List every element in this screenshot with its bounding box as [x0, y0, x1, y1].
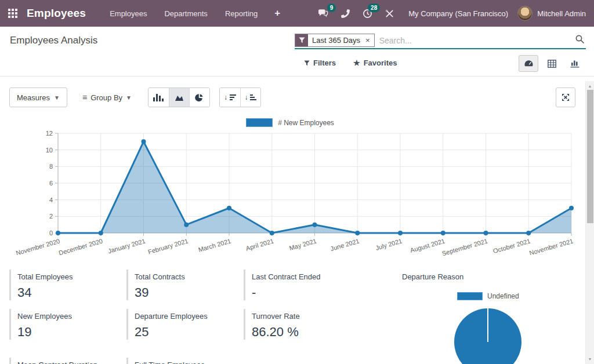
messages-button[interactable]: 9: [312, 9, 335, 18]
divider: [0, 76, 594, 77]
line-chart-mode-button[interactable]: [169, 88, 189, 107]
svg-text:6: 6: [49, 180, 53, 187]
kpi-total-employees[interactable]: Total Employees 34: [9, 270, 121, 300]
activities-badge: 28: [368, 3, 380, 12]
activities-button[interactable]: 28: [356, 9, 379, 19]
sort-desc-button[interactable]: ↓: [220, 88, 240, 107]
svg-text:November 2020: November 2020: [15, 237, 61, 256]
chart-legend: # New Employees: [0, 118, 580, 127]
tools-button[interactable]: [379, 9, 400, 18]
sort-asc-button[interactable]: ↓: [240, 88, 260, 107]
pie-legend: Undefined: [457, 292, 519, 300]
page-title: Employees Analysis: [10, 35, 97, 46]
kpi-new-employees[interactable]: New Employees 19: [9, 309, 121, 340]
bar-chart-mode-button[interactable]: [148, 88, 169, 107]
svg-text:8: 8: [49, 163, 53, 170]
graph-toolbar: Measures▼ ≡ Group By ▼ ↓: [9, 88, 575, 107]
svg-text:November 2021: November 2021: [528, 237, 574, 256]
svg-text:September 2021: September 2021: [441, 237, 489, 257]
view-dashboard-button[interactable]: [519, 55, 538, 72]
hamburger-icon: ≡: [82, 93, 87, 102]
bar-chart-icon: [570, 59, 579, 68]
company-switcher[interactable]: My Company (San Francisco): [400, 9, 517, 18]
phone-icon: [341, 9, 350, 18]
facet-label: Last 365 Days: [308, 34, 364, 46]
svg-text:May 2021: May 2021: [288, 237, 317, 252]
phone-button[interactable]: [335, 9, 356, 18]
menu-reporting[interactable]: Reporting: [216, 1, 266, 26]
departure-reason-title: Departure Reason: [402, 272, 463, 281]
measures-button[interactable]: Measures▼: [9, 88, 67, 107]
svg-text:April 2021: April 2021: [245, 237, 274, 252]
main-menu: Employees Departments Reporting +: [101, 1, 288, 26]
search-facet[interactable]: Last 365 Days ×: [295, 34, 375, 47]
kpi-mean-contract-duration[interactable]: Mean Contract Duration: [9, 358, 121, 364]
svg-text:4: 4: [49, 196, 53, 203]
scroll-down-icon[interactable]: ▼: [586, 357, 594, 361]
svg-text:August 2021: August 2021: [410, 237, 446, 254]
plus-icon[interactable]: +: [266, 8, 288, 19]
svg-text:2: 2: [49, 213, 53, 220]
svg-text:July 2021: July 2021: [375, 237, 403, 252]
apps-menu-icon[interactable]: [8, 9, 17, 18]
view-graph-button[interactable]: [565, 55, 585, 72]
pie-chart-mode-button[interactable]: [189, 88, 209, 107]
kpi-total-contracts[interactable]: Total Contracts 39: [126, 270, 238, 300]
svg-text:12: 12: [46, 130, 53, 137]
search-input[interactable]: [378, 35, 571, 46]
area-chart-icon: [175, 93, 184, 101]
user-avatar[interactable]: [517, 6, 533, 21]
filter-funnel-icon: [295, 34, 308, 46]
user-menu[interactable]: Mitchell Admin: [537, 9, 586, 18]
navbar-right: 9 28 My Company (San Francisco) Mitchell…: [312, 6, 586, 21]
tachometer-icon: [524, 59, 534, 68]
search-bar[interactable]: Last 365 Days ×: [295, 32, 586, 49]
expand-button[interactable]: [556, 88, 575, 107]
departure-pie-chart[interactable]: [454, 308, 522, 364]
filters-button[interactable]: Filters: [304, 59, 336, 67]
expand-icon: [562, 93, 570, 101]
filter-bar: Filters ★ Favorites: [304, 59, 397, 67]
kpi-last-contract-ended[interactable]: Last Contract Ended -: [244, 270, 383, 300]
chevron-down-icon: ▼: [126, 94, 132, 101]
view-switcher: [519, 55, 585, 72]
kpi-full-time-employees[interactable]: Full Time Employees: [126, 358, 238, 364]
favorites-button[interactable]: ★ Favorites: [353, 59, 397, 67]
svg-text:February 2021: February 2021: [147, 237, 189, 255]
facet-remove-icon[interactable]: ×: [364, 34, 374, 46]
menu-departments[interactable]: Departments: [155, 1, 216, 26]
menu-employees[interactable]: Employees: [101, 1, 155, 26]
chevron-down-icon: ▼: [54, 94, 60, 101]
star-icon: ★: [353, 59, 360, 67]
legend-label: # New Employees: [278, 119, 334, 127]
kpi-departure-employees[interactable]: Departure Employees 25: [126, 309, 238, 340]
pie-legend-label: Undefined: [487, 292, 519, 300]
svg-text:June 2021: June 2021: [329, 237, 360, 252]
svg-text:January 2021: January 2021: [107, 237, 146, 254]
sort-asc-icon: ↓: [244, 94, 256, 101]
tools-icon: [385, 9, 394, 18]
app-title: Employees: [27, 7, 86, 20]
chart-type-group: [148, 88, 210, 107]
vertical-scrollbar[interactable]: ▲ ▼: [585, 81, 594, 364]
search-icon[interactable]: [571, 34, 586, 46]
view-pivot-button[interactable]: [542, 55, 562, 72]
line-chart[interactable]: 024681012November 2020December 2020Janua…: [0, 129, 580, 268]
pie-chart-icon: [195, 93, 204, 102]
filters-icon: [304, 60, 310, 66]
group-by-button[interactable]: ≡ Group By ▼: [82, 93, 132, 102]
pie-legend-swatch[interactable]: [457, 292, 483, 300]
legend-swatch[interactable]: [246, 118, 273, 127]
svg-text:December 2020: December 2020: [58, 237, 104, 256]
svg-text:10: 10: [46, 147, 53, 154]
svg-text:October 2021: October 2021: [492, 237, 531, 254]
chat-icon: [318, 9, 328, 18]
scrollbar-thumb[interactable]: [587, 90, 593, 223]
svg-text:March 2021: March 2021: [197, 237, 231, 253]
bar-chart-icon: [153, 94, 164, 101]
kpi-turnover-rate[interactable]: Turnover Rate 86.20 %: [244, 309, 383, 340]
sort-group: ↓ ↓: [219, 88, 261, 107]
scroll-up-icon[interactable]: ▲: [586, 84, 594, 88]
table-icon: [548, 60, 556, 68]
sort-desc-icon: ↓: [224, 94, 236, 101]
